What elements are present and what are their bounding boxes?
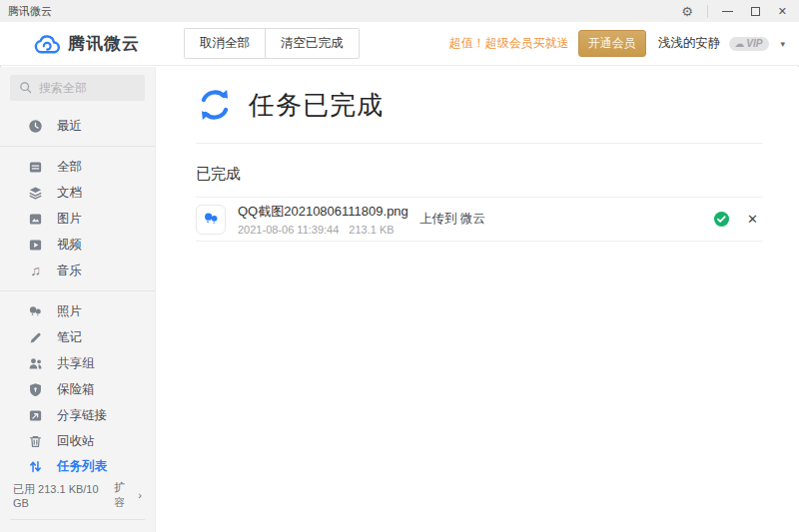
sidebar-item-photos[interactable]: 照片 xyxy=(0,298,155,324)
sidebar-item-label: 图片 xyxy=(57,211,82,228)
sidebar-item-videos[interactable]: 视频 xyxy=(0,232,155,258)
task-list: QQ截图20210806111809.png 2021-08-06 11:39:… xyxy=(196,197,763,242)
image-icon xyxy=(28,212,43,227)
weiyun-cloud-logo-icon xyxy=(34,33,61,54)
task-file-info: QQ截图20210806111809.png 2021-08-06 11:39:… xyxy=(238,203,419,236)
sidebar-item-label: 笔记 xyxy=(57,329,82,346)
task-actions-group: 取消全部 清空已完成 xyxy=(184,28,360,59)
search-box[interactable] xyxy=(10,75,145,101)
window-title: 腾讯微云 xyxy=(8,4,52,19)
sidebar-item-label: 照片 xyxy=(57,303,82,320)
completed-section-label: 已完成 xyxy=(196,165,799,184)
sidebar-item-label: 回收站 xyxy=(57,433,95,450)
file-thumbnail xyxy=(196,205,226,235)
minimize-button[interactable] xyxy=(722,11,733,12)
task-meta: 2021-08-06 11:39:44 213.1 KB xyxy=(238,224,419,236)
clear-completed-button[interactable]: 清空已完成 xyxy=(265,29,359,58)
video-play-icon xyxy=(28,238,43,253)
all-files-icon xyxy=(28,160,43,175)
photo-balloons-icon xyxy=(28,304,43,319)
remove-task-button[interactable]: ✕ xyxy=(747,213,758,226)
sidebar-item-recycle-bin[interactable]: 回收站 xyxy=(0,428,155,454)
search-input[interactable] xyxy=(39,81,137,95)
search-icon xyxy=(18,80,33,95)
task-timestamp: 2021-08-06 11:39:44 xyxy=(238,224,339,236)
vip-label: VIP xyxy=(746,38,762,49)
account-dropdown-icon[interactable]: ▾ xyxy=(780,39,785,49)
sidebar-item-documents[interactable]: 文档 xyxy=(0,180,155,206)
sidebar-item-label: 文档 xyxy=(57,185,82,202)
close-window-button[interactable]: ✕ xyxy=(778,6,787,17)
sidebar-item-all[interactable]: 全部 xyxy=(0,154,155,180)
sidebar-item-recent[interactable]: 最近 xyxy=(0,114,155,140)
clock-icon xyxy=(28,119,43,134)
sidebar-divider xyxy=(0,146,155,147)
sidebar-item-share-links[interactable]: 分享链接 xyxy=(0,402,155,428)
storage-usage-text: 已用 213.1 KB/10 GB xyxy=(13,482,114,509)
photo-balloons-icon xyxy=(203,211,220,228)
app-header: 腾讯微云 取消全部 清空已完成 超值！超级会员买就送 开通会员 浅浅的安静 ☁ … xyxy=(0,22,799,66)
sidebar-item-label: 最近 xyxy=(57,118,82,135)
promo-text[interactable]: 超值！超级会员买就送 xyxy=(449,35,569,52)
settings-gear-icon[interactable]: ⚙ xyxy=(681,5,693,18)
task-status-header: 任务已完成 xyxy=(196,86,799,124)
open-membership-button[interactable]: 开通会员 xyxy=(578,30,646,57)
storage-usage-footer: 已用 213.1 KB/10 GB 扩容 › xyxy=(0,480,155,510)
people-icon xyxy=(28,356,43,371)
sidebar-item-safe[interactable]: 保险箱 xyxy=(0,376,155,402)
sidebar-divider xyxy=(0,290,155,291)
sidebar: 最近 全部 文档 xyxy=(0,67,156,532)
sidebar-item-label: 保险箱 xyxy=(57,381,95,398)
titlebar: 腾讯微云 ⚙ ✕ xyxy=(0,0,799,22)
task-success-check-icon xyxy=(713,211,730,228)
sidebar-item-task-list[interactable]: 任务列表 xyxy=(0,454,155,480)
weiyun-window: { "titlebar": { "title": "腾讯微云" }, "icon… xyxy=(0,0,799,532)
music-note-icon: ♫ xyxy=(28,264,43,278)
sidebar-item-music[interactable]: ♫ 音乐 xyxy=(0,258,155,283)
sidebar-item-label: 分享链接 xyxy=(57,407,107,424)
vip-badge: ☁ VIP xyxy=(729,37,769,51)
vip-cloud-icon: ☁ xyxy=(734,38,744,49)
task-status-title: 任务已完成 xyxy=(249,88,384,123)
content-divider xyxy=(196,143,763,144)
documents-layers-icon xyxy=(28,186,43,201)
task-filesize: 213.1 KB xyxy=(349,224,394,236)
sidebar-item-label: 全部 xyxy=(57,159,82,176)
trash-icon xyxy=(28,434,43,449)
chevron-right-icon: › xyxy=(138,489,142,501)
task-list-panel: 任务已完成 已完成 QQ截图20210806111809.png 2021 xyxy=(156,67,799,532)
logo-text: 腾讯微云 xyxy=(68,32,140,55)
sidebar-item-label: 任务列表 xyxy=(57,458,107,475)
task-row[interactable]: QQ截图20210806111809.png 2021-08-06 11:39:… xyxy=(196,197,763,242)
maximize-button[interactable] xyxy=(751,7,760,16)
task-filename: QQ截图20210806111809.png xyxy=(238,203,419,221)
transfer-arrows-icon xyxy=(28,459,43,474)
sidebar-item-label: 视频 xyxy=(57,237,82,254)
sidebar-item-notes[interactable]: 笔记 xyxy=(0,324,155,350)
weiyun-logo: 腾讯微云 xyxy=(0,32,156,55)
task-action-text: 上传到 微云 xyxy=(419,211,485,228)
username: 浅浅的安静 xyxy=(658,35,721,52)
expand-storage-link[interactable]: 扩容 › xyxy=(114,480,142,510)
sync-icon xyxy=(196,86,234,124)
share-link-icon xyxy=(28,408,43,423)
titlebar-separator xyxy=(707,5,708,18)
sidebar-item-images[interactable]: 图片 xyxy=(0,206,155,232)
sidebar-footer-divider xyxy=(10,519,145,520)
shield-icon xyxy=(28,382,43,397)
pen-icon xyxy=(28,330,43,345)
cancel-all-button[interactable]: 取消全部 xyxy=(185,29,265,58)
sidebar-item-label: 共享组 xyxy=(57,355,95,372)
sidebar-item-shared-group[interactable]: 共享组 xyxy=(0,350,155,376)
sidebar-item-label: 音乐 xyxy=(57,263,82,279)
